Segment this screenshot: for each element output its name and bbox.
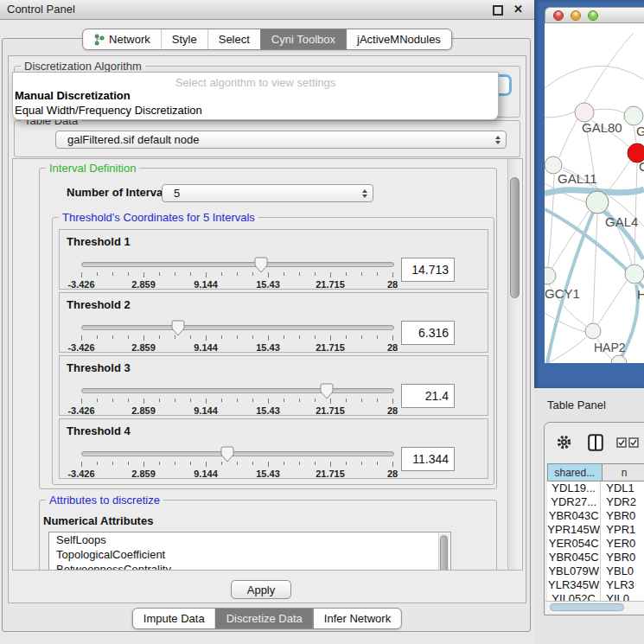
tick-label: 28 [387, 342, 398, 353]
apply-button[interactable]: Apply [231, 580, 291, 599]
tick-mark [377, 272, 378, 276]
threshold-slider[interactable]: -3.4262.8599.14415.4321.71528 [81, 382, 394, 415]
tick-mark [315, 399, 316, 402]
network-node[interactable] [586, 191, 609, 214]
zoom-traffic-light[interactable] [588, 10, 598, 21]
minimize-traffic-light[interactable] [571, 10, 581, 21]
network-edge [593, 214, 597, 322]
tab-jactivemnodules[interactable]: jActiveMNodules [346, 29, 451, 49]
tick-mark [97, 399, 98, 402]
network-window-titlebar[interactable] [545, 7, 644, 23]
network-node[interactable] [575, 103, 594, 122]
algorithm-option[interactable]: Equal Width/Frequency Discretization [15, 104, 202, 117]
tick-mark [175, 399, 175, 402]
table-row[interactable]: YBL079WYBL0 [547, 564, 644, 578]
tab-select[interactable]: Select [207, 29, 260, 49]
slider-track[interactable] [81, 262, 394, 267]
network-node[interactable] [625, 265, 644, 284]
tick-mark [392, 462, 393, 467]
tick-mark [284, 462, 284, 465]
checkbox-icon[interactable] [616, 437, 627, 448]
split-columns-icon[interactable] [588, 434, 603, 451]
table-cell: YLR345W [547, 578, 601, 592]
attribute-list-item[interactable]: TopologicalCoefficient [49, 547, 450, 562]
slider-thumb[interactable] [220, 446, 234, 462]
table-data-combobox[interactable]: galFiltered.sif default node [55, 131, 507, 149]
tick-label: 15.43 [256, 342, 280, 353]
table-row[interactable]: YBR045CYBR0 [547, 551, 644, 564]
threshold-value-input[interactable] [401, 384, 455, 408]
table-row[interactable]: YDR27...YDR2 [547, 495, 644, 509]
tick-mark [237, 399, 238, 402]
tick-mark [128, 272, 129, 276]
top-tab-bar: NetworkStyleSelectCyni ToolboxjActiveMNo… [82, 29, 452, 50]
tab-cyni-toolbox[interactable]: Cyni Toolbox [260, 29, 346, 49]
numerical-attributes-label: Numerical Attributes [43, 514, 153, 527]
network-node[interactable] [545, 267, 556, 284]
spinner-icon[interactable] [362, 189, 367, 198]
threshold-value-input[interactable] [401, 447, 455, 471]
algorithm-option[interactable]: Manual Discretization [15, 89, 131, 102]
tab-impute-data[interactable]: Impute Data [133, 609, 215, 628]
table-hscrollbar[interactable] [545, 601, 644, 614]
table-column-header[interactable]: shared... [547, 463, 603, 481]
settings-scrollbar[interactable] [507, 159, 522, 570]
float-icon[interactable] [493, 5, 503, 16]
attribute-list-item[interactable]: BetweennessCentrality [49, 562, 450, 571]
table-row[interactable]: YLR345WYLR3 [547, 578, 644, 592]
list-scrollbar[interactable] [438, 533, 450, 571]
threshold-slider[interactable]: -3.4262.8599.14415.4321.71528 [81, 319, 394, 352]
gear-icon[interactable] [556, 434, 572, 450]
table-hscrollbar-thumb[interactable] [550, 603, 624, 611]
checkbox-icon[interactable] [628, 437, 639, 448]
table-cell: YER054C [547, 537, 601, 551]
settings-scrollbar-thumb[interactable] [510, 177, 520, 298]
num-intervals-spinner[interactable]: 5 [162, 184, 373, 202]
network-graph[interactable]: GAL80GACGAL11GAL4GCY1HHAP2 [545, 23, 644, 363]
tick-mark [315, 335, 316, 339]
table-row[interactable]: YER054CYER0 [547, 537, 644, 551]
node-label: GCY1 [545, 286, 580, 301]
list-scrollbar-thumb[interactable] [440, 535, 448, 571]
close-traffic-light[interactable] [553, 10, 564, 21]
slider-thumb-icon [254, 257, 268, 273]
close-icon[interactable]: ✕ [513, 4, 524, 15]
slider-thumb[interactable] [171, 320, 185, 336]
threshold-label: Threshold 2 [67, 298, 131, 311]
network-node[interactable] [611, 355, 627, 363]
threshold-slider[interactable]: -3.4262.8599.14415.4321.71528 [81, 256, 394, 289]
network-edge [598, 279, 628, 324]
tab-infer-network[interactable]: Infer Network [313, 609, 401, 628]
tick-mark [361, 335, 362, 339]
threshold-value-input[interactable] [401, 321, 455, 345]
table-row[interactable]: YPR145WYPR1 [547, 523, 644, 537]
spinner-icon[interactable] [495, 136, 501, 144]
table-cell: YPR145W [547, 523, 601, 537]
tick-mark [81, 335, 82, 341]
table-row[interactable]: YBR043CYBR0 [547, 509, 644, 523]
slider-thumb[interactable] [320, 383, 334, 399]
slider-track[interactable] [81, 388, 394, 393]
slider-thumb[interactable] [254, 257, 268, 273]
tick-mark [221, 399, 222, 402]
tick-label: 15.43 [256, 469, 280, 479]
attribute-list-item[interactable]: SelfLoops [49, 532, 450, 547]
tab-label: Cyni Toolbox [271, 33, 335, 46]
tick-label: 2.859 [131, 342, 156, 353]
tab-network[interactable]: Network [83, 29, 161, 49]
table-row[interactable]: YDL19...YDL1 [547, 481, 644, 495]
tab-discretize-data[interactable]: Discretize Data [215, 609, 313, 628]
network-canvas[interactable]: GAL80GACGAL11GAL4GCY1HHAP2 [545, 23, 644, 363]
threshold-slider[interactable]: -3.4262.8599.14415.4321.71528 [81, 445, 394, 478]
network-node[interactable] [624, 106, 643, 125]
threshold-value-input[interactable] [401, 258, 455, 282]
table-column-header[interactable]: n [603, 463, 644, 481]
tick-mark [159, 335, 160, 339]
tick-mark [315, 272, 316, 276]
slider-track[interactable] [81, 451, 394, 456]
tick-mark [143, 462, 144, 467]
slider-track[interactable] [81, 325, 394, 330]
tick-mark [330, 272, 331, 277]
tab-style[interactable]: Style [161, 29, 207, 49]
network-node[interactable] [585, 323, 601, 339]
